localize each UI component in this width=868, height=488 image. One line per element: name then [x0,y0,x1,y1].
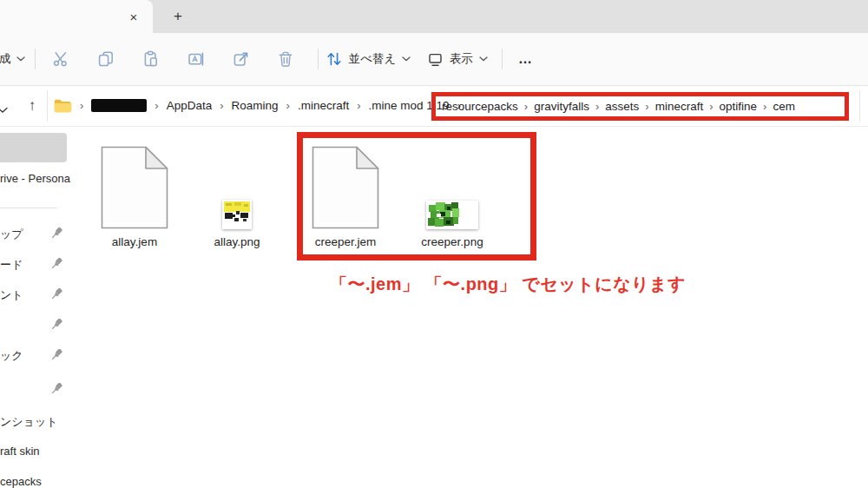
sidebar-item-videos[interactable] [0,381,62,399]
view-icon [427,51,444,68]
breadcrumb-separator: › [645,100,648,113]
rename-button[interactable] [181,43,212,75]
address-divider [47,90,48,122]
breadcrumb-segment[interactable]: AppData [167,99,213,112]
document-icon [87,139,182,229]
sidebar-item-label: ップ [0,227,23,242]
breadcrumb-segment[interactable]: Roaming [232,99,279,112]
paste-icon [142,50,160,68]
plus-icon: + [174,8,182,25]
new-tab-button[interactable]: + [167,7,189,26]
breadcrumb-segment[interactable]: resourcepacks [442,100,518,113]
breadcrumb-segment[interactable]: .minecraft [298,99,349,112]
trash-icon [277,50,294,68]
toolbar-divider [35,49,36,69]
pin-icon [51,227,62,242]
file-item-allay-png[interactable]: allay.png [189,139,285,248]
sidebar-item-minecraft-skin[interactable]: raft skin [0,445,40,458]
sidebar-item-screenshots[interactable]: ンショット [0,414,58,430]
file-item-creeper-jem[interactable]: creeper.jem [298,139,393,248]
sidebar-item-label: ント [0,287,23,303]
view-button[interactable]: 表示 [424,43,491,75]
sidebar-item-music[interactable]: ック [0,347,62,365]
breadcrumb-separator: › [80,99,83,112]
breadcrumb-segment[interactable]: assets [605,100,639,113]
chevron-down-icon [402,56,411,62]
file-name: allay.png [189,235,285,248]
command-toolbar: 成 [0,33,868,86]
delete-button[interactable] [270,43,301,75]
recent-locations-chevron-icon[interactable] [0,102,8,117]
sort-icon [326,51,343,67]
new-button[interactable]: 成 [0,43,31,75]
annotation-note-text: 「〜.jem」 「〜.png」 でセットになります [330,273,686,296]
address-bar: ↑ › › AppData › Roaming › .minecraft › .… [0,86,868,127]
file-explorer-window: × + 成 [0,0,868,488]
breadcrumb-highlight-annotation: resourcepacks › gravityfalls › assets › … [431,92,849,121]
rename-icon [187,50,206,68]
paste-button[interactable] [135,43,167,75]
breadcrumb-separator: › [763,100,766,113]
sidebar-selected-item[interactable] [0,133,67,162]
file-name: creeper.jem [298,235,393,248]
view-button-label: 表示 [450,51,473,67]
sidebar-item-downloads[interactable]: ード [0,256,62,274]
breadcrumb-segment[interactable]: cem [773,100,795,113]
breadcrumb-separator: › [524,100,528,113]
copy-icon [97,50,115,68]
breadcrumb-separator: › [286,99,290,112]
explorer-tab[interactable]: × [0,0,153,33]
sort-button[interactable]: 並べ替え [323,43,413,75]
up-button[interactable]: ↑ [21,95,43,117]
toolbar-divider [502,49,503,69]
up-arrow-icon: ↑ [29,97,36,115]
chevron-down-icon [16,56,25,62]
pin-icon [51,382,62,398]
more-icon: … [518,51,534,67]
sidebar-item-resourcepacks[interactable]: cepacks [0,475,42,488]
breadcrumb-separator: › [357,99,360,112]
breadcrumb-separator: › [709,100,713,113]
sidebar-item-label: ック [0,348,23,364]
allay-png-thumbnail-icon [222,200,252,229]
breadcrumb-segment[interactable]: minecraft [655,100,704,113]
breadcrumb: › › AppData › Roaming › .minecraft › .mi… [54,86,461,125]
breadcrumb-segment[interactable]: optifine [720,100,758,113]
pin-icon [51,348,62,364]
pin-icon [51,257,62,273]
file-name: creeper.png [404,235,500,248]
folder-icon [54,99,72,113]
breadcrumb-separator: › [155,99,158,112]
new-button-label: 成 [0,51,10,67]
tab-bar: × + [0,0,868,33]
creeper-png-thumbnail-icon [426,201,478,229]
sidebar-item-desktop[interactable]: ップ [0,226,62,243]
breadcrumb-segment[interactable]: gravityfalls [534,100,589,113]
share-icon [233,50,250,68]
sidebar-divider [0,208,57,208]
pin-icon [51,318,62,333]
toolbar-divider [318,49,319,69]
search-box-divider [859,90,860,122]
breadcrumb-separator: › [595,100,599,113]
sidebar-item-documents[interactable]: ント [0,287,62,304]
sidebar-item-label: ード [0,257,23,273]
pin-icon [51,287,62,303]
redacted-username-segment[interactable] [91,99,147,112]
file-item-allay-jem[interactable]: allay.jem [87,139,182,248]
tab-close-button[interactable]: × [123,7,144,26]
cut-icon [52,50,69,68]
document-icon [298,139,393,229]
sort-button-label: 並べ替え [349,51,397,67]
sidebar-item-onedrive[interactable]: rive - Persona [0,172,70,185]
share-button[interactable] [226,43,257,75]
breadcrumb-separator: › [220,99,223,112]
file-item-creeper-png[interactable]: creeper.png [404,139,500,248]
copy-button[interactable] [90,43,122,75]
close-icon: × [130,10,138,24]
cut-button[interactable] [45,43,76,75]
chevron-down-icon [479,56,488,62]
sidebar-item-pictures[interactable] [0,317,62,334]
file-name: allay.jem [87,235,182,248]
more-button[interactable]: … [509,43,543,75]
